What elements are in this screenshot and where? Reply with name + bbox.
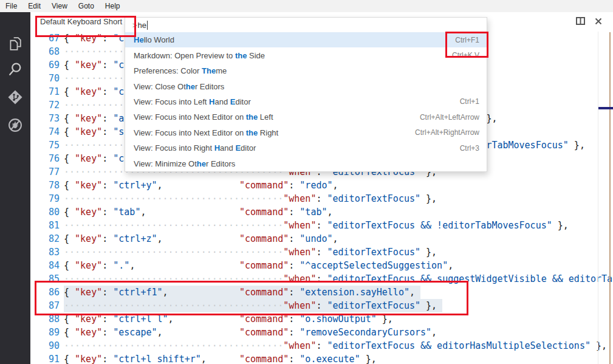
line-text: ········································… [64,246,437,259]
line-text: ········································… [64,219,569,232]
code-line-82[interactable]: 82{ "key": "ctrl+z", "command": "undo", [30,232,613,246]
line-number: 78 [30,179,64,192]
menu-bar: FileEditViewGotoHelp [0,0,613,12]
line-text: { "key": "ctrl+y", "command": "redo", [64,179,338,192]
line-text: { "key": ".", "command": "^acceptSelecte… [64,259,453,272]
line-number: 73 [30,112,64,125]
menu-item-view[interactable]: View [46,0,73,12]
quickopen-item-shortcut: Ctrl+Alt+LeftArrow [420,113,479,122]
code-line-88[interactable]: 88{ "key": "ctrl+l l", "command": "o.sho… [30,312,613,326]
menu-item-edit[interactable]: Edit [22,0,46,12]
line-number: 90 [30,339,64,352]
quickopen-item-label: View: Focus into Left Hand Editor [134,97,453,106]
quickopen-item-label: View: Close Other Editors [134,82,472,91]
query-text: he [138,21,146,30]
line-number: 68 [30,45,64,58]
line-number: 88 [30,312,64,326]
quickopen-item-shortcut: Ctrl+F1 [455,36,479,44]
quickopen-item[interactable]: View: Focus into Left Hand EditorCtrl+1 [125,94,487,109]
quickopen-item[interactable]: View: Focus into Right Hand EditorCtrl+3 [125,140,487,156]
text-caret [147,21,148,30]
line-number: 79 [30,192,64,205]
menu-item-help[interactable]: Help [100,0,126,12]
quickopen-item-shortcut: Ctrl+Alt+RightArrow [415,128,479,137]
line-text: { "key": "ctrl+f1", "command": "extensio… [64,286,420,299]
line-number: 86 [30,286,64,299]
command-prefix: > [132,21,137,30]
code-line-86[interactable]: 86{ "key": "ctrl+f1", "command": "extens… [30,286,613,299]
line-number: 87 [30,299,64,312]
search-icon[interactable] [7,61,24,78]
line-number: 89 [30,326,64,339]
quickopen-item[interactable]: View: Focus into Next Editor on the Left… [125,109,487,125]
quickopen-item-label: Markdown: Open Preview to the Side [134,51,445,60]
code-line-84[interactable]: 84{ "key": ".", "command": "^acceptSelec… [30,259,613,272]
quickopen-item-shortcut: Ctrl+1 [460,97,479,106]
quickopen-item[interactable]: View: Minimize Other Editors [125,156,487,171]
code-line-79[interactable]: 79······································… [30,192,613,205]
close-icon[interactable] [595,16,602,27]
line-number: 82 [30,232,64,246]
line-number: 70 [30,72,64,85]
line-number: 83 [30,246,64,259]
line-number: 76 [30,152,64,165]
debug-disabled-icon[interactable] [7,117,24,134]
window-edge-line [609,32,611,364]
tab-default-keyboard-shortcuts[interactable]: Default Keyboard Short [40,17,122,26]
quickopen-item-shortcut: Ctrl+3 [460,144,479,153]
split-editor-icon[interactable] [576,16,585,27]
line-number: 72 [30,98,64,112]
code-line-89[interactable]: 89{ "key": "escape", "command": "removeS… [30,326,613,339]
line-number: 85 [30,272,64,286]
quickopen-item-label: View: Minimize Other Editors [134,159,472,168]
quickopen-item-label: Hello World [134,35,448,44]
quickopen-item-label: View: Focus into Next Editor on the Righ… [134,128,408,137]
line-text: { "key": "escape", "command": "removeSec… [64,326,437,339]
quickopen-item-label: Preferences: Color Theme [134,66,472,75]
overview-ruler-cursor-mark [598,107,613,109]
quickopen-item[interactable]: Preferences: Color Theme [125,63,487,78]
quickopen-item[interactable]: Hello WorldCtrl+F1 [125,32,487,47]
line-text: ········································… [64,272,613,286]
quick-open-widget: >he Hello WorldCtrl+F1Markdown: Open Pre… [125,17,487,172]
quick-open-input[interactable]: >he [125,18,487,32]
line-number: 75 [30,139,64,152]
code-line-90[interactable]: 90······································… [30,339,613,352]
git-icon[interactable] [7,89,24,106]
line-number: 74 [30,125,64,139]
menu-item-goto[interactable]: Goto [73,0,100,12]
code-line-83[interactable]: 83······································… [30,246,613,259]
quickopen-item-label: View: Focus into Next Editor on the Left [134,112,413,122]
code-line-91[interactable]: 91{ "key": "ctrl+l shift+r", "command": … [30,352,613,364]
line-text: { "key": "ctrl+l shift+r", "command": "o… [64,352,377,364]
line-text: { "key": "ctrl+l l", "command": "o.showO… [64,312,393,326]
line-number: 67 [30,32,64,45]
activity-bar [0,12,30,364]
quickopen-item-shortcut: Ctrl+K V [452,51,479,60]
line-text: { "key": "tab", "command": "tab", [64,205,333,219]
quickopen-item[interactable]: Markdown: Open Preview to the SideCtrl+K… [125,47,487,63]
code-line-80[interactable]: 80{ "key": "tab", "command": "tab", [30,205,613,219]
line-number: 91 [30,352,64,364]
line-text: ········································… [64,339,607,352]
line-number: 81 [30,219,64,232]
code-line-87[interactable]: 87······································… [30,299,613,312]
code-line-81[interactable]: 81······································… [30,219,613,232]
quickopen-item[interactable]: View: Close Other Editors [125,78,487,94]
quick-open-list: Hello WorldCtrl+F1Markdown: Open Preview… [125,32,487,171]
code-line-85[interactable]: 85······································… [30,272,613,286]
line-number: 80 [30,205,64,219]
scrollbar-border [598,32,598,364]
line-text: ········································… [64,299,442,312]
quickopen-item[interactable]: View: Focus into Next Editor on the Righ… [125,125,487,140]
line-number: 71 [30,85,64,98]
line-number: 77 [30,165,64,179]
quickopen-item-label: View: Focus into Right Hand Editor [134,143,453,153]
files-icon[interactable] [7,35,24,52]
menu-item-file[interactable]: File [0,0,22,12]
line-number: 69 [30,58,64,72]
line-text: ········································… [64,192,437,205]
line-text: { "key": "ctrl+z", "command": "undo", [64,232,338,246]
line-number: 84 [30,259,64,272]
code-line-78[interactable]: 78{ "key": "ctrl+y", "command": "redo", [30,179,613,192]
